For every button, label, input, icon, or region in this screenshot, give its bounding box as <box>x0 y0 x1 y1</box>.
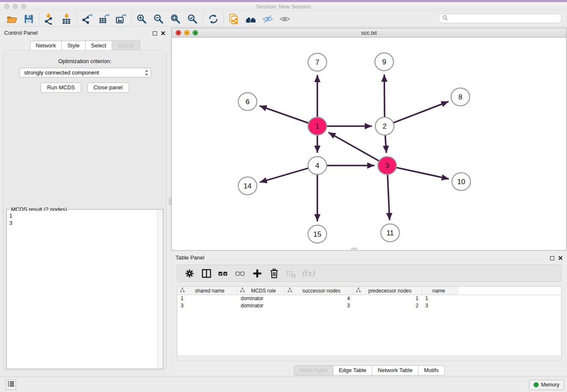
tab-style[interactable]: Style <box>62 41 85 51</box>
app-minimize-button[interactable] <box>13 4 18 9</box>
table-cell[interactable]: 3 <box>422 302 458 309</box>
graph-edge-3-11[interactable] <box>388 175 390 220</box>
run-mcds-button[interactable]: Run MCDS <box>41 83 81 93</box>
tab-network[interactable]: Network <box>30 41 62 51</box>
task-history-button[interactable] <box>6 380 16 390</box>
tab-mcds[interactable]: MCDS <box>112 41 140 51</box>
graph-node-2[interactable]: 2 <box>375 117 394 135</box>
table-cell[interactable]: dominator <box>237 302 285 309</box>
graph-node-8[interactable]: 8 <box>451 88 470 106</box>
network-close-button[interactable] <box>176 30 181 36</box>
split-view-icon[interactable] <box>199 267 213 280</box>
graph-node-4[interactable]: 4 <box>308 157 327 174</box>
zoom-selected-icon[interactable] <box>184 12 201 26</box>
table-tab-edge-table[interactable]: Edge Table <box>333 365 372 375</box>
network-zoom-button[interactable] <box>193 30 198 36</box>
control-panel-close-icon[interactable] <box>161 30 165 37</box>
table-tab-motifs[interactable]: Motifs <box>418 365 445 375</box>
graph-node-9[interactable]: 9 <box>375 53 394 71</box>
graph-node-10[interactable]: 10 <box>452 173 471 190</box>
zoom-out-icon[interactable] <box>150 12 167 26</box>
network-minimize-button[interactable] <box>184 30 190 36</box>
table-panel-float-icon[interactable] <box>550 256 554 260</box>
table-cell[interactable]: 1 <box>353 295 422 302</box>
control-panel-float-icon[interactable] <box>153 31 157 36</box>
graph-node-1[interactable]: 1 <box>308 117 327 135</box>
graph-canvas[interactable]: 7968124314101511 <box>172 38 566 250</box>
app-close-button[interactable] <box>4 4 9 9</box>
graph-edge-3-1[interactable] <box>328 133 379 161</box>
network-from-selection-icon[interactable] <box>226 12 242 26</box>
graph-edge-1-6[interactable] <box>259 106 308 123</box>
table-cell[interactable]: 1 <box>422 295 458 302</box>
graph-node-6[interactable]: 6 <box>238 93 257 110</box>
export-image-icon[interactable] <box>113 12 129 26</box>
column-type-icon <box>287 287 292 294</box>
node-table[interactable]: shared nameMCDS rolesuccessor nodesprede… <box>177 286 561 356</box>
gear-icon[interactable] <box>182 267 196 280</box>
table-row[interactable]: 1dominator411 <box>177 295 561 302</box>
table-cell[interactable]: dominator <box>237 295 285 302</box>
column-header-predecessor-nodes[interactable]: predecessor nodes <box>353 287 422 295</box>
export-network-icon[interactable] <box>79 12 96 26</box>
search-field[interactable] <box>438 14 562 23</box>
graph-node-14[interactable]: 14 <box>238 177 257 195</box>
export-table-icon[interactable] <box>96 12 113 26</box>
houses-icon[interactable] <box>242 12 259 26</box>
add-column-icon[interactable] <box>250 267 264 280</box>
tab-select[interactable]: Select <box>85 41 112 51</box>
graph-edge-4-14[interactable] <box>260 168 308 182</box>
column-header-mcds-role[interactable]: MCDS role <box>237 287 285 295</box>
column-header-shared-name[interactable]: shared name <box>177 287 237 295</box>
list-icon <box>7 380 15 389</box>
graph-edge-2-8[interactable] <box>394 102 449 123</box>
network-window-controls[interactable] <box>176 30 198 36</box>
show-all-icon[interactable] <box>276 12 293 26</box>
table-cell[interactable]: 4 <box>285 295 353 302</box>
graph-node-3[interactable]: 3 <box>378 157 396 174</box>
refresh-icon[interactable] <box>205 12 222 26</box>
graph-edge-2-9[interactable] <box>384 75 385 117</box>
delete-column-icon[interactable] <box>267 267 281 280</box>
hide-selected-icon[interactable] <box>259 12 276 26</box>
graph-edge-2-3[interactable] <box>385 135 386 153</box>
horizontal-splitter-handle[interactable] <box>351 248 357 251</box>
table-cell[interactable]: 3 <box>177 302 237 309</box>
graph-node-7[interactable]: 7 <box>308 53 327 71</box>
open-file-icon[interactable] <box>3 12 20 26</box>
unselect-all-icon[interactable] <box>233 267 247 280</box>
graph-node-15[interactable]: 15 <box>308 225 327 243</box>
graph-node-label: 8 <box>458 93 462 101</box>
memory-button[interactable]: Memory <box>529 380 564 390</box>
mcds-result-scrollbar[interactable] <box>157 210 162 368</box>
table-cell[interactable]: 1 <box>177 295 237 302</box>
table-tab-node-table[interactable]: Node Table <box>294 365 333 375</box>
close-panel-button[interactable]: Close panel <box>87 83 129 93</box>
save-session-icon[interactable] <box>20 12 37 26</box>
table-cell[interactable]: 2 <box>353 302 422 309</box>
network-window-titlebar[interactable]: scc.txt <box>172 28 566 38</box>
app-zoom-button[interactable] <box>21 4 26 9</box>
import-network-icon[interactable] <box>41 12 58 26</box>
table-horizontal-scrollbar[interactable] <box>177 356 561 361</box>
select-all-icon[interactable] <box>216 267 230 280</box>
zoom-in-icon[interactable] <box>133 12 150 26</box>
table-tab-network-table[interactable]: Network Table <box>372 365 418 375</box>
column-header-name[interactable]: name <box>422 287 458 295</box>
node-table-header[interactable]: shared nameMCDS rolesuccessor nodesprede… <box>177 287 561 295</box>
svg-text:f(x): f(x) <box>301 269 314 278</box>
search-input[interactable] <box>450 15 561 22</box>
table-row[interactable]: 3dominator323 <box>177 302 561 309</box>
table-panel: Table Panel f(x) shared nameMCDS rolesuc… <box>171 251 567 375</box>
criterion-dropdown[interactable]: strongly connected component <box>19 68 151 77</box>
import-table-icon[interactable] <box>58 12 75 26</box>
table-cell[interactable]: 3 <box>285 302 353 309</box>
graph-edge-3-10[interactable] <box>396 168 449 179</box>
vertical-splitter-handle[interactable] <box>169 198 171 205</box>
zoom-fit-icon[interactable] <box>167 12 184 26</box>
table-panel-close-icon[interactable] <box>558 254 563 262</box>
app-title: Session: New Session <box>0 2 567 11</box>
graph-node-11[interactable]: 11 <box>381 224 399 242</box>
column-header-successor-nodes[interactable]: successor nodes <box>285 287 353 295</box>
app-window-controls[interactable] <box>4 4 26 9</box>
